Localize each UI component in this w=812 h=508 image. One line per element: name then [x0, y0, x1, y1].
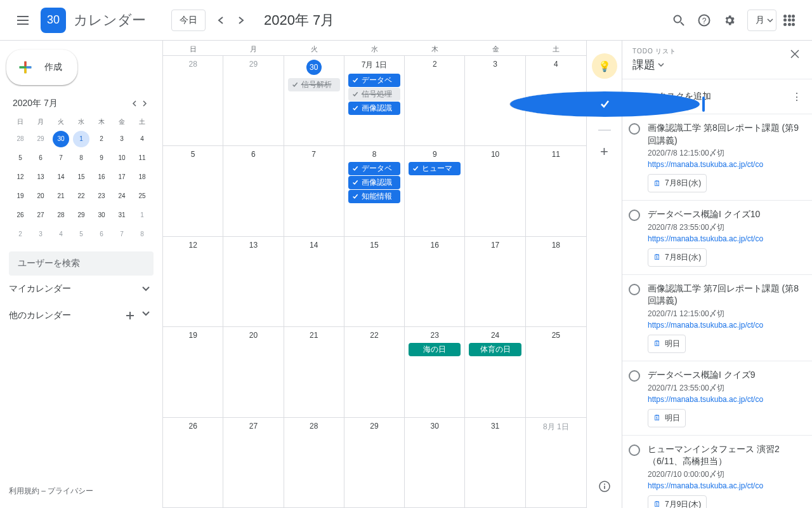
day-cell[interactable]: 29	[223, 56, 284, 145]
day-cell[interactable]: 20	[223, 327, 284, 417]
day-cell[interactable]: 2	[405, 56, 465, 145]
mini-day[interactable]: 3	[114, 131, 130, 147]
day-cell[interactable]: 9ヒューマ	[405, 146, 465, 236]
tasks-button[interactable]	[509, 91, 700, 117]
day-cell[interactable]: 28	[163, 56, 223, 145]
task-link[interactable]: https://manaba.tsukuba.ac.jp/ct/co	[648, 160, 802, 169]
event-chip[interactable]: 信号解析	[288, 78, 340, 91]
task-date-badge[interactable]: 🗓7月9日(木)	[648, 495, 707, 508]
task-date-badge[interactable]: 🗓明日	[648, 409, 686, 427]
menu-button[interactable]	[10, 8, 36, 33]
day-cell[interactable]: 7	[284, 146, 344, 236]
day-cell[interactable]: 13	[223, 237, 284, 326]
event-chip[interactable]: 体育の日	[469, 343, 521, 356]
mini-day[interactable]: 4	[53, 226, 69, 243]
mini-day[interactable]: 30	[93, 207, 110, 224]
search-user-input[interactable]: ユーザーを検索	[9, 251, 154, 276]
mini-day[interactable]: 24	[114, 188, 130, 204]
event-chip[interactable]: ヒューマ	[409, 162, 461, 175]
task-item[interactable]: 画像認識工学 第7回レポート課題 (第8回講義)2020/7/1 12:15:0…	[622, 274, 812, 361]
day-cell[interactable]: 11	[526, 146, 586, 236]
task-item[interactable]: 画像認識工学 第8回レポート課題 (第9回講義)2020/7/8 12:15:0…	[622, 114, 812, 200]
mini-day[interactable]: 5	[73, 226, 89, 243]
tasks-list-selector[interactable]: 課題	[632, 57, 788, 72]
mini-day[interactable]: 31	[114, 207, 130, 224]
rail-info-button[interactable]	[592, 474, 617, 499]
settings-button[interactable]	[717, 8, 742, 33]
day-cell[interactable]: 6	[223, 146, 284, 236]
mini-day[interactable]: 13	[32, 169, 49, 185]
mini-day[interactable]: 29	[32, 131, 49, 147]
task-date-badge[interactable]: 🗓7月8日(水)	[648, 248, 707, 267]
event-chip[interactable]: 画像認識	[348, 176, 400, 189]
day-cell[interactable]: 18	[526, 237, 586, 326]
day-cell[interactable]: 22	[344, 327, 405, 417]
event-chip[interactable]: データベ	[348, 162, 400, 175]
mini-day[interactable]: 21	[53, 188, 69, 204]
mini-day[interactable]: 30	[53, 131, 69, 147]
search-button[interactable]	[666, 8, 691, 33]
mini-day[interactable]: 9	[93, 150, 110, 166]
event-chip[interactable]: 海の日	[409, 343, 461, 356]
day-cell[interactable]: 12	[163, 237, 223, 326]
next-month-button[interactable]	[231, 10, 251, 30]
day-cell[interactable]: 25	[526, 327, 586, 417]
mini-day[interactable]: 25	[134, 188, 150, 204]
event-chip[interactable]: 知能情報	[348, 190, 400, 203]
task-link[interactable]: https://manaba.tsukuba.ac.jp/ct/co	[648, 481, 802, 490]
day-cell[interactable]: 30信号解析	[284, 56, 344, 145]
mini-day[interactable]: 20	[32, 188, 49, 204]
event-chip[interactable]: データベ	[348, 74, 400, 87]
day-cell[interactable]: 5	[163, 146, 223, 236]
day-cell[interactable]: 21	[284, 327, 344, 417]
mini-day[interactable]: 5	[12, 150, 29, 166]
mini-day[interactable]: 28	[12, 131, 29, 147]
mini-day[interactable]: 11	[134, 150, 150, 166]
day-cell[interactable]: 30	[405, 418, 465, 507]
mini-day[interactable]: 17	[114, 169, 130, 185]
mini-day[interactable]: 10	[114, 150, 130, 166]
mini-day[interactable]: 29	[73, 207, 89, 224]
task-checkbox[interactable]	[629, 123, 640, 135]
mini-day[interactable]: 6	[32, 150, 49, 166]
event-chip[interactable]: 信号処理	[348, 88, 400, 101]
mini-day[interactable]: 28	[53, 207, 69, 224]
day-cell[interactable]: 28	[284, 418, 344, 507]
view-switcher-button[interactable]: 月	[747, 10, 776, 31]
task-link[interactable]: https://manaba.tsukuba.ac.jp/ct/co	[648, 234, 802, 243]
day-cell[interactable]: 8月 1日	[526, 418, 586, 507]
day-cell[interactable]: 29	[344, 418, 405, 507]
day-cell[interactable]: 26	[163, 418, 223, 507]
day-cell[interactable]: 14	[284, 237, 344, 326]
mini-day[interactable]: 1	[73, 131, 89, 147]
mini-day[interactable]: 23	[93, 188, 110, 204]
day-cell[interactable]: 23海の日	[405, 327, 465, 417]
day-cell[interactable]: 17	[465, 237, 525, 326]
event-chip[interactable]: 画像認識	[348, 102, 400, 115]
tasks-more-button[interactable]: ⋮	[792, 91, 802, 103]
prev-month-button[interactable]	[211, 10, 231, 30]
task-link[interactable]: https://manaba.tsukuba.ac.jp/ct/co	[648, 321, 802, 330]
day-cell[interactable]: 24体育の日	[465, 327, 525, 417]
close-tasks-button[interactable]	[788, 47, 802, 61]
mini-next-button[interactable]	[142, 100, 147, 107]
mini-day[interactable]: 2	[12, 226, 29, 243]
mini-day[interactable]: 26	[12, 207, 29, 224]
day-cell[interactable]: 15	[344, 237, 405, 326]
mini-prev-button[interactable]	[132, 100, 137, 107]
day-cell[interactable]: 19	[163, 327, 223, 417]
task-checkbox[interactable]	[629, 444, 640, 456]
task-checkbox[interactable]	[629, 210, 640, 221]
mini-day[interactable]: 3	[32, 226, 49, 243]
task-link[interactable]: https://manaba.tsukuba.ac.jp/ct/co	[648, 395, 802, 404]
mini-day[interactable]: 18	[134, 169, 150, 185]
task-checkbox[interactable]	[629, 284, 640, 295]
mini-day[interactable]: 1	[134, 207, 150, 224]
day-cell[interactable]: 31	[465, 418, 525, 507]
task-item[interactable]: ヒューマンインタフェース 演習2（6/11、高橋担当）2020/7/10 0:0…	[622, 435, 812, 508]
task-date-badge[interactable]: 🗓明日	[648, 335, 686, 353]
privacy-link[interactable]: プライバシー	[48, 486, 93, 495]
create-button[interactable]: 作成	[6, 50, 77, 85]
day-cell[interactable]: 10	[465, 146, 525, 236]
terms-link[interactable]: 利用規約	[9, 486, 39, 495]
